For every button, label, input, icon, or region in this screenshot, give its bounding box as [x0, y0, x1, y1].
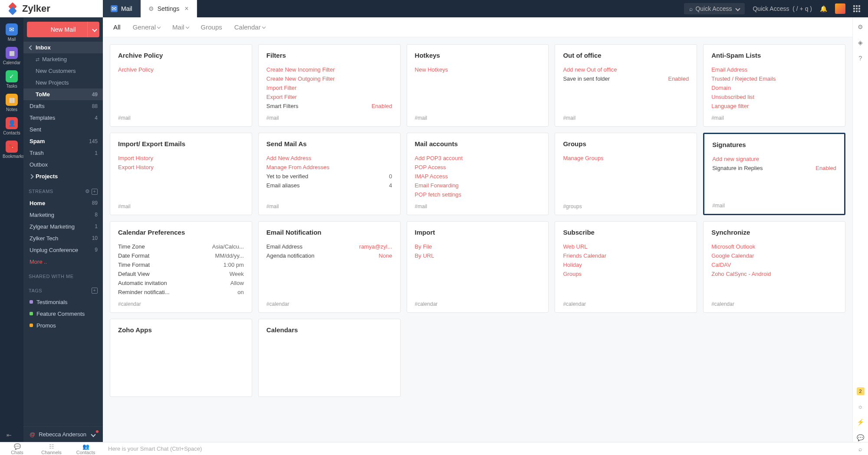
rail-mail[interactable]: ✉Mail	[3, 22, 21, 43]
sidebar-tag-feature-comments[interactable]: Feature Comments	[23, 308, 103, 320]
card-link[interactable]: Agenda notificationNone	[266, 251, 392, 260]
sidebar-stream-marketing[interactable]: Marketing8	[23, 209, 103, 221]
card-link[interactable]: Create New Incoming Filter	[266, 65, 392, 74]
card-link[interactable]: Web URL	[563, 242, 689, 251]
sidebar-stream-zylker-tech[interactable]: Zylker Tech10	[23, 232, 103, 244]
chevron-down-icon[interactable]	[87, 22, 99, 37]
help-icon[interactable]: ?	[856, 54, 865, 62]
sidebar-folder-marketing[interactable]: ⇄Marketing	[23, 53, 103, 65]
card-link[interactable]: By URL	[415, 251, 541, 260]
sun-icon[interactable]: ☼	[856, 402, 865, 411]
card-link[interactable]: Save in sent folderEnabled	[563, 74, 689, 83]
quick-access-link[interactable]: Quick Access ( / + q )	[753, 5, 812, 12]
card-link[interactable]: Add new Out of office	[563, 65, 689, 74]
sidebar-tag-promos[interactable]: Promos	[23, 320, 103, 331]
card-link[interactable]: Microsoft Outlook	[711, 242, 837, 251]
card-link[interactable]: Manage Groups	[563, 154, 689, 163]
rail-calendar[interactable]: ▦Calendar	[3, 45, 21, 67]
apps-grid-icon[interactable]	[853, 5, 860, 12]
add-tag-button[interactable]: +	[92, 288, 98, 294]
card-link[interactable]: Add New Address	[266, 154, 392, 163]
card-link[interactable]: Smart FiltersEnabled	[266, 101, 392, 111]
card-link[interactable]: Language filter	[711, 101, 837, 111]
sidebar-folder-new-projects[interactable]: New Projects	[23, 77, 103, 88]
bell-icon[interactable]: 🔔	[820, 5, 827, 12]
sidebar-stream-home[interactable]: Home89	[23, 197, 103, 209]
sidebar-folder-inbox[interactable]: Inbox	[23, 42, 103, 53]
plug-icon[interactable]: ⚡	[856, 418, 865, 426]
sidebar-folder-trash[interactable]: Trash1	[23, 147, 103, 159]
card-link[interactable]: Zoho CalSync - Android	[711, 269, 837, 278]
card-link[interactable]: Google Calendar	[711, 251, 837, 260]
card-link[interactable]: New Hotkeys	[415, 65, 541, 74]
smart-chat-input[interactable]: Here is your Smart Chat (Ctrl+Space)	[103, 445, 852, 452]
card-link[interactable]: Holiday	[563, 260, 689, 269]
card-link[interactable]: POP fetch settings	[415, 190, 541, 199]
sidebar-folder-projects[interactable]: Projects	[23, 170, 103, 182]
sidebar-folder-spam[interactable]: Spam145	[23, 135, 103, 147]
card-link[interactable]: Email Forwarding	[415, 181, 541, 190]
filter-mail[interactable]: Mail	[172, 23, 189, 31]
card-link[interactable]: Yet to be verified0	[266, 172, 392, 181]
card-link[interactable]: Friends Calendar	[563, 251, 689, 260]
card-link[interactable]: Groups	[563, 269, 689, 278]
card-link[interactable]: Email Addressramya@zyl...	[266, 242, 392, 251]
card-link[interactable]: Export Filter	[266, 92, 392, 101]
sidebar-folder-sent[interactable]: Sent	[23, 124, 103, 135]
card-link[interactable]: Email aliases4	[266, 181, 392, 190]
rail-bookmarks[interactable]: 🔖Bookmarks	[3, 139, 21, 160]
rail-notes[interactable]: ▤Notes	[3, 92, 21, 114]
sidebar-folder-drafts[interactable]: Drafts88	[23, 100, 103, 112]
tab-settings[interactable]: ⚙ Settings ×	[141, 0, 197, 17]
gear-icon[interactable]: ⚙	[856, 23, 865, 31]
logo[interactable]: Zylker	[0, 0, 103, 17]
filter-groups[interactable]: Groups	[201, 23, 222, 31]
more-link[interactable]: More ..	[23, 256, 103, 268]
bottom-contacts[interactable]: 👥Contacts	[69, 442, 103, 455]
add-stream-button[interactable]: +	[92, 189, 98, 195]
card-link[interactable]: Archive Policy	[118, 65, 244, 74]
close-icon[interactable]: ×	[184, 5, 188, 13]
card-link[interactable]: Email Address	[711, 65, 837, 74]
quick-access-search[interactable]: ⌕ Quick Access	[684, 3, 745, 14]
card-link[interactable]: Import Filter	[266, 83, 392, 92]
bottom-channels[interactable]: ☷Channels	[34, 442, 69, 455]
card-link[interactable]: Manage From Addresses	[266, 163, 392, 172]
card-link[interactable]: Domain	[711, 83, 837, 92]
card-link[interactable]: Add new signature	[712, 154, 836, 164]
card-link[interactable]: Create New Outgoing Filter	[266, 74, 392, 83]
sidebar-folder-templates[interactable]: Templates4	[23, 112, 103, 124]
collapse-sidebar-button[interactable]: ⇤	[7, 432, 12, 439]
filter-calendar[interactable]: Calendar	[234, 23, 265, 31]
card-link[interactable]: Trusted / Rejected Emails	[711, 74, 837, 83]
card-link[interactable]: CalDAV	[711, 260, 837, 269]
card-link[interactable]: Add POP3 account	[415, 154, 541, 163]
card-link[interactable]: By File	[415, 242, 541, 251]
card-link[interactable]: Signature in RepliesEnabled	[712, 164, 836, 173]
filter-general[interactable]: General	[133, 23, 160, 31]
avatar[interactable]	[835, 3, 845, 14]
card-link[interactable]: Import History	[118, 154, 244, 163]
card-link[interactable]: Unsubscribed list	[711, 92, 837, 101]
card-link[interactable]: Time ZoneAsia/Calcu...	[118, 242, 244, 251]
sidebar-stream-zylgear-marketing[interactable]: Zylgear Marketing1	[23, 221, 103, 232]
diamond-icon[interactable]: ◈	[856, 38, 865, 47]
sidebar-folder-tome[interactable]: ToMe49	[23, 88, 103, 100]
card-link[interactable]: Date FormatMM/dd/yy...	[118, 251, 244, 260]
sidebar-stream-unplug-conference[interactable]: Unplug Conference9	[23, 244, 103, 256]
bottom-chats[interactable]: 💬Chats	[0, 442, 34, 455]
rail-contacts[interactable]: 👤Contacts	[3, 115, 21, 137]
notification-badge[interactable]: 2	[857, 387, 865, 395]
new-mail-button[interactable]: New Mail	[27, 22, 99, 37]
card-link[interactable]: IMAP Access	[415, 172, 541, 181]
card-link[interactable]: Time Format1:00 pm	[118, 260, 244, 269]
card-link[interactable]: POP Access	[415, 163, 541, 172]
filter-all[interactable]: All	[113, 23, 121, 31]
search-icon[interactable]: ⌕	[852, 445, 868, 452]
tab-mail[interactable]: ✉ Mail	[103, 0, 141, 17]
card-link[interactable]: Default ViewWeek	[118, 269, 244, 278]
sidebar-tag-testimonials[interactable]: Testimonials	[23, 296, 103, 308]
card-link[interactable]: Automatic invitationAllow	[118, 278, 244, 288]
user-menu[interactable]: @ Rebecca Anderson	[23, 426, 103, 442]
sidebar-folder-outbox[interactable]: Outbox	[23, 159, 103, 170]
